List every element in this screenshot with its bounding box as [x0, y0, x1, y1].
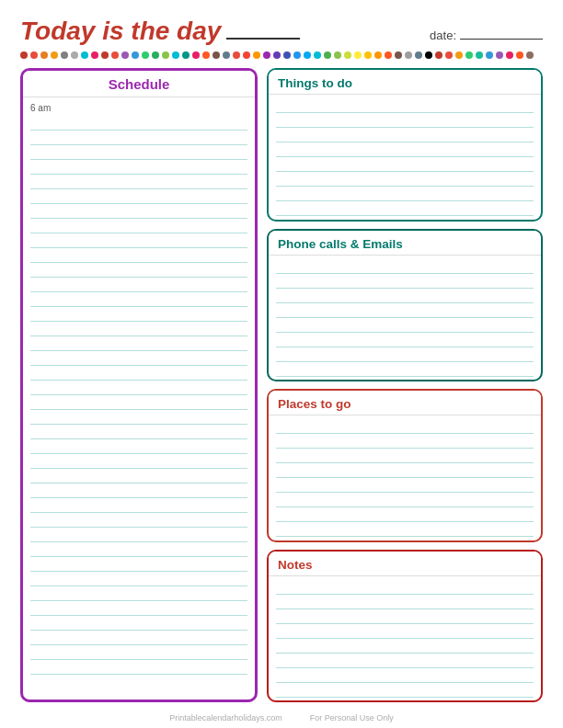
- phone-emails-title: Phone calls & Emails: [278, 237, 403, 251]
- section-line: [276, 463, 534, 478]
- dot: [51, 51, 58, 59]
- section-line: [276, 113, 534, 128]
- dot: [101, 51, 109, 59]
- dot: [40, 51, 48, 59]
- schedule-line: [30, 131, 247, 145]
- section-line: [276, 142, 534, 157]
- schedule-line: [30, 557, 247, 572]
- schedule-line: [30, 219, 247, 233]
- schedule-body[interactable]: 6 am: [23, 97, 255, 693]
- notes-body[interactable]: [269, 576, 541, 699]
- dot: [20, 51, 28, 59]
- dot: [283, 51, 291, 59]
- schedule-line: [30, 160, 247, 175]
- schedule-line: [30, 528, 247, 542]
- dot: [172, 51, 179, 59]
- phone-emails-box: Phone calls & Emails: [267, 229, 543, 382]
- schedule-line: [30, 189, 247, 204]
- schedule-title: Schedule: [109, 76, 170, 92]
- notes-box: Notes: [267, 550, 543, 703]
- schedule-box: Schedule 6 am: [20, 68, 258, 702]
- section-line: [276, 377, 534, 378]
- section-line: [276, 216, 534, 217]
- dot: [374, 51, 382, 59]
- schedule-line: [30, 425, 247, 439]
- page-title: Today is the day: [20, 17, 221, 46]
- schedule-line: [30, 513, 247, 528]
- section-line: [276, 419, 534, 434]
- dot: [476, 51, 483, 59]
- section-line: [276, 347, 534, 362]
- dot: [111, 51, 119, 59]
- dot: [61, 51, 68, 59]
- dot: [415, 51, 422, 59]
- footer: Printablecalendarholidays.com For Person…: [0, 713, 563, 722]
- dot: [304, 51, 311, 59]
- section-line: [276, 595, 534, 609]
- dots-row: [20, 51, 543, 59]
- dot: [364, 51, 372, 59]
- section-line: [276, 624, 534, 639]
- header: Today is the day date:: [20, 17, 543, 46]
- section-line: [276, 201, 534, 216]
- dot: [213, 51, 220, 59]
- right-column: Things to do Phone calls & Emails Places…: [267, 68, 543, 702]
- schedule-line: [30, 498, 247, 513]
- section-line: [276, 157, 534, 172]
- section-line: [276, 537, 534, 538]
- dot: [465, 51, 473, 59]
- time-label: 6 am: [30, 101, 247, 116]
- dot: [344, 51, 351, 59]
- schedule-line: [30, 660, 247, 675]
- schedule-line: [30, 616, 247, 631]
- dot: [91, 51, 98, 59]
- date-area: date:: [430, 28, 543, 42]
- main-layout: Schedule 6 am Things to do Phone cal: [20, 68, 543, 702]
- title-area: Today is the day: [20, 17, 300, 46]
- dot: [526, 51, 534, 59]
- date-underline: [460, 39, 543, 40]
- dot: [506, 51, 513, 59]
- dot: [71, 51, 78, 59]
- schedule-line: [30, 175, 247, 189]
- things-to-do-box: Things to do: [267, 68, 543, 222]
- things-to-do-header: Things to do: [269, 70, 541, 95]
- section-line: [276, 172, 534, 187]
- dot: [81, 51, 88, 59]
- section-line: [276, 522, 534, 537]
- schedule-line: [30, 233, 247, 248]
- section-line: [276, 580, 534, 595]
- schedule-line: [30, 307, 247, 322]
- section-line: [276, 303, 534, 318]
- section-line: [276, 259, 534, 274]
- section-line: [276, 333, 534, 347]
- section-line: [276, 668, 534, 683]
- section-line: [276, 98, 534, 113]
- phone-emails-body[interactable]: [269, 256, 541, 378]
- schedule-line: [30, 439, 247, 454]
- section-line: [276, 507, 534, 522]
- schedule-header: Schedule: [23, 71, 255, 97]
- page: Today is the day date: Schedule 6 am: [0, 0, 563, 728]
- schedule-line: [30, 483, 247, 498]
- section-line: [276, 318, 534, 333]
- places-to-go-box: Places to go: [267, 389, 543, 542]
- things-to-do-body[interactable]: [269, 95, 541, 217]
- dot: [142, 51, 149, 59]
- notes-title: Notes: [278, 558, 313, 572]
- footer-left: Printablecalendarholidays.com: [169, 713, 282, 722]
- dot: [334, 51, 341, 59]
- dot: [30, 51, 38, 59]
- section-line: [276, 274, 534, 289]
- dot: [496, 51, 503, 59]
- schedule-line: [30, 292, 247, 307]
- notes-header: Notes: [269, 552, 541, 576]
- schedule-line: [30, 336, 247, 351]
- dot: [263, 51, 270, 59]
- places-to-go-body[interactable]: [269, 415, 541, 538]
- dot: [223, 51, 230, 59]
- schedule-line: [30, 116, 247, 131]
- dot: [324, 51, 331, 59]
- schedule-line: [30, 586, 247, 601]
- dot: [162, 51, 169, 59]
